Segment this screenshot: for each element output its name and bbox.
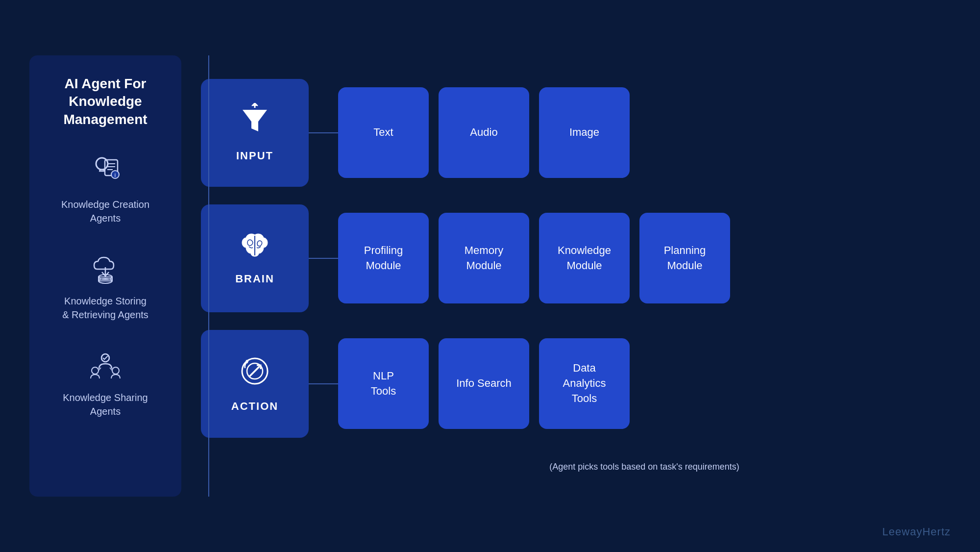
sharing-icon [88,346,122,384]
brain-icon [238,231,271,265]
sub-box-profiling-module: ProfilingModule [338,213,429,303]
main-box-brain-label: BRAIN [235,273,274,285]
sub-box-data-analytics-tools-label: DataAnalyticsTools [563,361,606,406]
sub-box-text-label: Text [373,125,393,140]
row-input: INPUT Text Audio Image [201,79,951,187]
action-connector-svg [309,330,338,438]
svg-text:i: i [115,173,116,178]
sidebar-label-sharing: Knowledge SharingAgents [63,391,147,418]
sidebar-item-sharing: Knowledge SharingAgents [63,346,147,418]
sub-box-nlp-tools: NLPTools [338,338,429,429]
svg-point-17 [112,367,119,374]
main-container: AI Agent For Knowledge Management [0,0,980,552]
row-brain: BRAIN ProfilingModule MemoryModule Knowl… [201,204,951,312]
input-connector-svg [309,79,338,187]
brain-connector-svg [309,204,338,312]
sub-box-info-search-label: Info Search [456,376,512,391]
main-box-input-label: INPUT [236,150,273,162]
svg-point-16 [92,367,98,374]
sidebar-label-creation: Knowledge CreationAgents [61,198,149,225]
main-box-brain: BRAIN [201,204,309,312]
storing-icon [88,250,122,287]
sub-box-image-label: Image [569,125,599,140]
action-sub-boxes: NLPTools Info Search DataAnalyticsTools [338,338,630,429]
sub-box-image: Image [539,87,630,178]
footer-note: (Agent picks tools based on task's requi… [338,460,951,474]
sub-box-knowledge-module: KnowledgeModule [539,213,630,303]
sidebar-item-storing: Knowledge Storing& Retrieving Agents [62,250,148,322]
sub-box-audio-label: Audio [470,125,497,140]
main-box-action: ACTION [201,330,309,438]
sub-box-planning-module-label: PlanningModule [664,243,706,274]
sub-box-memory-module: MemoryModule [439,213,529,303]
sub-box-text: Text [338,87,429,178]
sub-box-memory-module-label: MemoryModule [465,243,503,274]
sub-box-data-analytics-tools: DataAnalyticsTools [539,338,630,429]
row-action: ACTION NLPTools Info Search DataAnalytic… [201,330,951,438]
target-icon [238,354,271,392]
svg-line-27 [249,366,260,377]
sidebar-label-storing: Knowledge Storing& Retrieving Agents [62,294,148,322]
sub-box-planning-module: PlanningModule [639,213,730,303]
sub-box-knowledge-module-label: KnowledgeModule [558,243,611,274]
sidebar-items: i Knowledge CreationAgents [39,153,172,418]
sidebar-item-creation: i Knowledge CreationAgents [61,153,149,225]
sub-box-profiling-module-label: ProfilingModule [364,243,403,274]
main-box-action-label: ACTION [231,400,278,413]
watermark: LeewayHertz [882,526,951,538]
input-sub-boxes: Text Audio Image [338,87,630,178]
creation-icon: i [88,153,122,191]
sub-box-info-search: Info Search [439,338,529,429]
sub-box-audio: Audio [439,87,529,178]
main-box-input: INPUT [201,79,309,187]
brain-sub-boxes: ProfilingModule MemoryModule KnowledgeMo… [338,213,730,303]
sub-box-nlp-tools-label: NLPTools [371,369,396,399]
sidebar-title: AI Agent For Knowledge Management [39,75,172,128]
funnel-icon [238,103,272,142]
diagram-area: INPUT Text Audio Image [201,79,951,474]
sidebar: AI Agent For Knowledge Management [29,55,181,497]
